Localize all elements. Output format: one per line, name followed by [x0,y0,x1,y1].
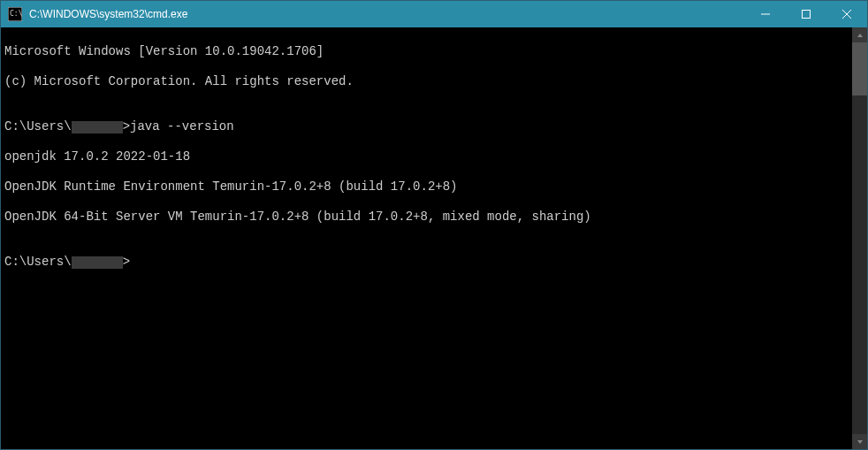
scrollbar-down-button[interactable] [852,434,867,449]
scrollbar-thumb[interactable] [852,42,867,95]
svg-rect-3 [803,11,811,19]
output-line: OpenJDK 64-Bit Server VM Temurin-17.0.2+… [4,210,849,225]
prompt-line: C:\Users\> [4,255,849,270]
minimize-button[interactable] [745,1,786,27]
redacted-username [72,121,123,133]
prompt-line: C:\Users\>java --version [4,119,849,134]
prompt-suffix: > [123,119,130,133]
prompt-suffix: > [123,255,130,269]
window-title: C:\WINDOWS\system32\cmd.exe [29,8,187,20]
command-text: java --version [130,119,234,133]
scrollbar-up-button[interactable] [852,27,867,42]
output-line: openjdk 17.0.2 2022-01-18 [4,149,849,164]
svg-text:C:\: C:\ [10,10,22,18]
cmd-icon: C:\ [8,7,22,21]
prompt-prefix: C:\Users\ [4,255,72,269]
cmd-window: C:\ C:\WINDOWS\system32\cmd.exe Microsof… [0,0,868,450]
banner-line: Microsoft Windows [Version 10.0.19042.17… [4,44,849,59]
terminal-output[interactable]: Microsoft Windows [Version 10.0.19042.17… [1,27,852,449]
output-line: OpenJDK Runtime Environment Temurin-17.0… [4,179,849,194]
maximize-button[interactable] [786,1,826,27]
terminal-client-area: Microsoft Windows [Version 10.0.19042.17… [1,27,867,449]
redacted-username [72,256,123,269]
banner-line: (c) Microsoft Corporation. All rights re… [4,74,849,89]
prompt-prefix: C:\Users\ [4,119,72,133]
titlebar[interactable]: C:\ C:\WINDOWS\system32\cmd.exe [1,1,867,27]
close-button[interactable] [826,1,867,27]
window-controls [745,1,867,27]
vertical-scrollbar[interactable] [852,27,867,449]
